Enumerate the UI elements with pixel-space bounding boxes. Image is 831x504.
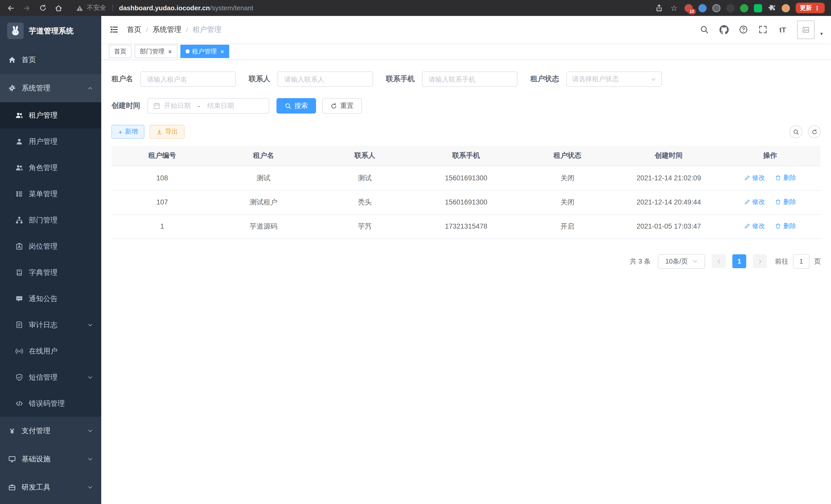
toggle-search-button[interactable]	[790, 125, 802, 138]
address-bar[interactable]: 不安全 dashboard.yudao.iocoder.cn /system/t…	[76, 4, 655, 12]
tab-tenant[interactable]: 租户管理 ×	[180, 45, 229, 58]
share-icon[interactable]	[655, 3, 664, 12]
infra-icon	[8, 455, 16, 463]
bookmark-star-icon[interactable]: ☆	[669, 3, 679, 12]
sidebar-item-system[interactable]: 系统管理	[0, 74, 101, 102]
sidebar-item-sms[interactable]: 短信管理	[0, 364, 101, 390]
sidebar-item-dict[interactable]: 字典管理	[0, 260, 101, 286]
sidebar-toggle-icon[interactable]	[110, 25, 118, 34]
application-window: 不安全 dashboard.yudao.iocoder.cn /system/t…	[0, 0, 831, 504]
breadcrumb-home[interactable]: 首页	[127, 25, 141, 34]
security-label: 不安全	[87, 4, 106, 12]
sidebar-item-dept[interactable]: 部门管理	[0, 207, 101, 233]
gear-icon	[8, 84, 16, 92]
online-icon	[16, 347, 23, 355]
status-text: 开启	[517, 214, 618, 238]
search-icon[interactable]	[697, 22, 712, 37]
delete-link[interactable]: 删除	[775, 174, 796, 182]
sidebar-item-payment[interactable]: ¥ 支付管理	[0, 417, 101, 445]
edit-link[interactable]: 修改	[744, 198, 765, 207]
avatar-caret-icon[interactable]: ▾	[820, 31, 823, 39]
sidebar-item-error-code[interactable]: 错误码管理	[0, 390, 101, 417]
phone-input[interactable]	[422, 71, 517, 87]
sidebar-item-menu[interactable]: 菜单管理	[0, 181, 101, 207]
delete-link[interactable]: 删除	[775, 222, 796, 231]
home-icon[interactable]	[54, 3, 63, 12]
error-code-icon	[16, 400, 23, 407]
close-icon[interactable]: ×	[168, 48, 172, 55]
update-button[interactable]: 更新 ⋮	[795, 3, 825, 13]
home-icon	[8, 56, 16, 64]
forward-icon[interactable]	[22, 3, 31, 12]
fullscreen-icon[interactable]	[755, 22, 771, 37]
extension-icon[interactable]	[712, 4, 720, 12]
sidebar-item-post[interactable]: 岗位管理	[0, 233, 101, 260]
breadcrumb-system[interactable]: 系统管理	[153, 25, 181, 34]
sms-shield-icon	[16, 374, 23, 381]
table-header-row: 租户编号 租户名 联系人 联系手机 租户状态 创建时间 操作	[112, 146, 821, 166]
sidebar-item-user[interactable]: 用户管理	[0, 128, 101, 155]
app-logo[interactable]: 芋道管理系统	[0, 16, 101, 46]
sidebar-item-home[interactable]: 首页	[0, 46, 101, 74]
post-badge-icon	[16, 242, 23, 250]
sidebar-item-audit-log[interactable]: 审计日志	[0, 312, 101, 338]
sidebar-item-infrastructure[interactable]: 基础设施	[0, 445, 101, 473]
refresh-table-button[interactable]	[808, 125, 821, 138]
notice-icon	[16, 295, 23, 303]
search-button[interactable]: 搜索	[277, 98, 316, 114]
github-icon[interactable]	[716, 22, 732, 37]
chevron-up-icon	[87, 85, 93, 91]
help-icon[interactable]	[736, 22, 751, 37]
edit-link[interactable]: 修改	[744, 222, 765, 231]
tab-dept[interactable]: 部门管理 ×	[135, 45, 177, 58]
refresh-icon	[811, 129, 818, 135]
tenant-name-input[interactable]	[140, 71, 236, 87]
extension-icon[interactable]	[754, 4, 762, 12]
back-icon[interactable]	[6, 3, 16, 12]
profile-avatar-icon[interactable]	[781, 4, 790, 12]
reset-button[interactable]: 重置	[322, 98, 362, 114]
add-button[interactable]: + 新增	[112, 125, 144, 139]
col-created: 创建时间	[618, 146, 719, 166]
reload-icon[interactable]	[38, 3, 47, 12]
trash-icon	[775, 199, 781, 205]
table-row: 1 芋道源码 芋艿 17321315478 开启 2021-01-05 17:0…	[112, 214, 821, 238]
extension-badge: 10	[688, 8, 695, 14]
page-unit-label: 页	[814, 257, 821, 266]
sidebar-menu: 首页 系统管理 租户管理 用户管理	[0, 46, 101, 504]
delete-link[interactable]: 删除	[775, 198, 796, 207]
user-avatar[interactable]	[797, 20, 814, 39]
date-range-picker[interactable]: 开始日期 - 结束日期	[147, 98, 269, 114]
sidebar-item-tenant[interactable]: 租户管理	[0, 102, 101, 128]
prev-page-button[interactable]	[712, 254, 726, 268]
url-path: /system/tenant	[210, 4, 253, 12]
sidebar-item-notice[interactable]: 通知公告	[0, 286, 101, 312]
kebab-menu-icon[interactable]: ⋮	[814, 4, 820, 11]
extension-icon[interactable]	[726, 4, 734, 12]
edit-link[interactable]: 修改	[744, 174, 765, 182]
close-icon[interactable]: ×	[220, 48, 224, 55]
end-date-placeholder: 结束日期	[207, 101, 234, 111]
chevron-down-icon	[651, 76, 656, 82]
contact-input[interactable]	[278, 71, 373, 87]
sidebar-item-dev-tools[interactable]: 研发工具	[0, 473, 101, 501]
page-size-select[interactable]: 10条/页	[658, 254, 705, 268]
sidebar-item-role[interactable]: 角色管理	[0, 155, 101, 181]
edit-pencil-icon	[744, 199, 750, 205]
extension-icon[interactable]	[698, 4, 706, 12]
font-size-icon[interactable]: tT	[775, 22, 791, 37]
current-page-button[interactable]: 1	[732, 254, 746, 268]
sidebar-item-online-users[interactable]: 在线用户	[0, 338, 101, 364]
extensions-puzzle-icon[interactable]	[768, 4, 776, 12]
tenant-table: 租户编号 租户名 联系人 联系手机 租户状态 创建时间 操作 108 测试	[112, 146, 821, 239]
tab-home[interactable]: 首页	[109, 45, 132, 58]
trash-icon	[775, 223, 781, 229]
next-page-button[interactable]	[753, 254, 767, 268]
status-select[interactable]: 请选择租户状态	[566, 71, 662, 87]
status-text: 关闭	[517, 166, 618, 190]
logo-image	[7, 23, 24, 39]
extension-icon[interactable]: 10	[684, 4, 692, 12]
extension-icon[interactable]	[740, 4, 748, 12]
export-button[interactable]: 导出	[149, 125, 184, 139]
goto-page-input[interactable]	[793, 254, 809, 268]
